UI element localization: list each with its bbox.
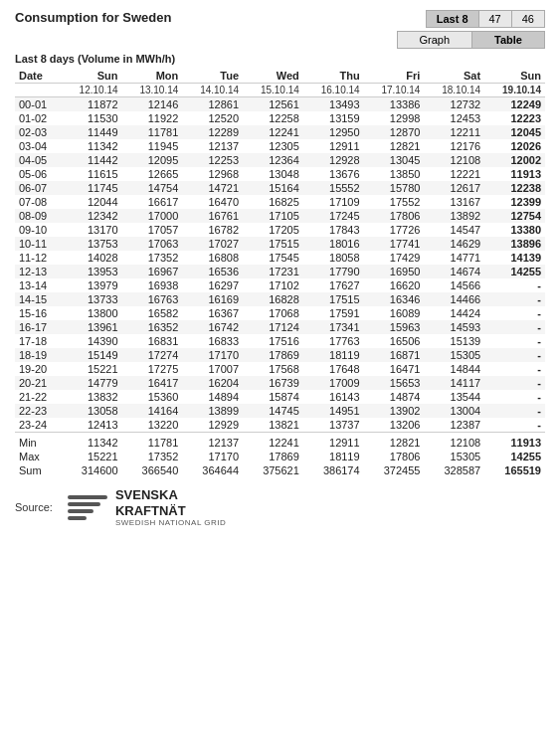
- value-cell: 11442: [62, 153, 122, 167]
- value-cell: 12911: [303, 139, 364, 153]
- value-cell: 13979: [62, 278, 122, 292]
- stat-value: 11913: [484, 436, 545, 450]
- hour-cell: 00-01: [15, 97, 62, 112]
- period-46-button[interactable]: 46: [512, 11, 544, 27]
- value-cell: 17068: [243, 306, 303, 320]
- col-header-mon: Mon: [122, 69, 183, 84]
- hour-cell: 06-07: [15, 181, 62, 195]
- value-cell: 16761: [182, 209, 243, 223]
- stat-label: Sum: [15, 463, 62, 477]
- value-cell: 17124: [243, 320, 303, 334]
- table-row: 07-0812044166171647016825171091755213167…: [15, 195, 545, 209]
- value-cell: 13899: [182, 404, 243, 418]
- value-cell: 12617: [424, 181, 484, 195]
- value-cell: 13953: [62, 265, 122, 278]
- stat-value: 12137: [182, 436, 243, 450]
- value-cell: 14844: [424, 362, 484, 376]
- table-row: 22-2313058141641389914745149511390213004…: [15, 404, 545, 418]
- value-cell: 16938: [122, 278, 183, 292]
- hour-cell: 02-03: [15, 125, 62, 139]
- value-cell: 16470: [182, 195, 243, 209]
- hour-cell: 05-06: [15, 167, 62, 181]
- value-cell: -: [484, 348, 545, 362]
- table-view-button[interactable]: Table: [472, 32, 544, 48]
- hour-cell: 07-08: [15, 195, 62, 209]
- value-cell: 16089: [364, 306, 425, 320]
- period-47-button[interactable]: 47: [479, 11, 512, 27]
- value-cell: 13800: [62, 306, 122, 320]
- value-cell: 17274: [122, 348, 183, 362]
- value-cell: 13159: [303, 111, 364, 125]
- value-cell: 14771: [424, 251, 484, 265]
- value-cell: 13206: [364, 418, 425, 433]
- value-cell: 17516: [243, 334, 303, 348]
- value-cell: 16471: [364, 362, 425, 376]
- value-cell: 13170: [62, 223, 122, 237]
- graph-view-button[interactable]: Graph: [398, 32, 473, 48]
- value-cell: 12044: [62, 195, 122, 209]
- value-cell: -: [484, 404, 545, 418]
- value-cell: 12095: [122, 153, 183, 167]
- col-header-fri: Fri: [364, 69, 425, 84]
- stat-value: 14255: [484, 450, 545, 463]
- value-cell: 17245: [303, 209, 364, 223]
- value-cell: 14674: [424, 265, 484, 278]
- hour-cell: 13-14: [15, 278, 62, 292]
- value-cell: 17591: [303, 306, 364, 320]
- table-row: 08-0912342170001676117105172451780613892…: [15, 209, 545, 223]
- stat-value: 11781: [122, 436, 183, 450]
- value-cell: 17726: [364, 223, 425, 237]
- value-cell: 14874: [364, 390, 425, 404]
- value-cell: 14593: [424, 320, 484, 334]
- logo-line-4: [68, 516, 87, 520]
- value-cell: 13380: [484, 223, 545, 237]
- value-cell: -: [484, 376, 545, 390]
- value-cell: 16346: [364, 292, 425, 306]
- value-cell: 12238: [484, 181, 545, 195]
- table-row: 01-0211530119221252012258131591299812453…: [15, 111, 545, 125]
- col-header-thu: Thu: [303, 69, 364, 84]
- value-cell: 16582: [122, 306, 183, 320]
- date-tue: 14.10.14: [182, 84, 243, 97]
- value-cell: 13386: [364, 97, 425, 112]
- value-cell: 16967: [122, 265, 183, 278]
- value-cell: 11530: [62, 111, 122, 125]
- stat-value: 12821: [364, 436, 425, 450]
- hour-cell: 10-11: [15, 237, 62, 251]
- value-cell: 12928: [303, 153, 364, 167]
- table-row: 03-0411342119451213712305129111282112176…: [15, 139, 545, 153]
- value-cell: -: [484, 320, 545, 334]
- table-row: 13-1413979169381629717102176271662014566…: [15, 278, 545, 292]
- value-cell: 13961: [62, 320, 122, 334]
- value-cell: 16297: [182, 278, 243, 292]
- hour-cell: 12-13: [15, 265, 62, 278]
- value-cell: 14466: [424, 292, 484, 306]
- value-cell: 14117: [424, 376, 484, 390]
- col-header-sun1: Sun: [62, 69, 122, 84]
- value-cell: 17429: [364, 251, 425, 265]
- value-cell: 17009: [303, 376, 364, 390]
- value-cell: 12387: [424, 418, 484, 433]
- value-cell: 12108: [424, 153, 484, 167]
- value-cell: 14566: [424, 278, 484, 292]
- table-row: 10-1113753170631702717515180161774114629…: [15, 237, 545, 251]
- value-cell: 12821: [364, 139, 425, 153]
- table-row: 17-1814390168311683317516177631650615139…: [15, 334, 545, 348]
- date-wed: 15.10.14: [243, 84, 303, 97]
- value-cell: 16808: [182, 251, 243, 265]
- stat-value: 366540: [122, 463, 183, 477]
- table-row: 12-1313953169671653617231177901695014674…: [15, 265, 545, 278]
- value-cell: 17790: [303, 265, 364, 278]
- period-last8-button[interactable]: Last 8: [427, 11, 479, 27]
- stat-value: 375621: [243, 463, 303, 477]
- value-cell: 12861: [182, 97, 243, 112]
- value-cell: 16742: [182, 320, 243, 334]
- value-cell: 16352: [122, 320, 183, 334]
- value-cell: 13821: [243, 418, 303, 433]
- value-cell: -: [484, 292, 545, 306]
- value-cell: 12413: [62, 418, 122, 433]
- value-cell: 15874: [243, 390, 303, 404]
- value-cell: 12453: [424, 111, 484, 125]
- stat-value: 15221: [62, 450, 122, 463]
- hour-cell: 01-02: [15, 111, 62, 125]
